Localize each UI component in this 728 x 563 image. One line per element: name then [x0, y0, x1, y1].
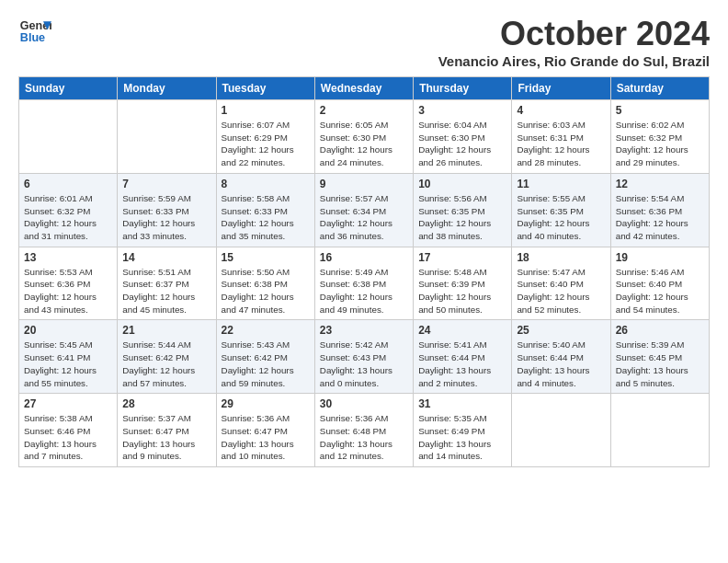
day-number: 28	[122, 397, 210, 410]
day-info: Sunrise: 5:51 AM Sunset: 6:37 PM Dayligh…	[122, 266, 210, 316]
day-info: Sunrise: 5:56 AM Sunset: 6:35 PM Dayligh…	[418, 192, 506, 243]
day-info: Sunrise: 5:37 AM Sunset: 6:47 PM Dayligh…	[122, 412, 210, 463]
day-info: Sunrise: 5:39 AM Sunset: 6:45 PM Dayligh…	[616, 339, 704, 389]
calendar-cell: 9Sunrise: 5:57 AM Sunset: 6:34 PM Daylig…	[314, 173, 413, 247]
calendar-cell	[19, 100, 118, 174]
day-number: 12	[616, 178, 704, 190]
calendar-table: SundayMondayTuesdayWednesdayThursdayFrid…	[18, 76, 710, 467]
page-header: General Blue October 2024 Venancio Aires…	[18, 15, 710, 69]
day-number: 5	[616, 104, 704, 117]
logo: General Blue	[18, 15, 51, 48]
day-number: 29	[222, 397, 310, 410]
calendar-cell: 18Sunrise: 5:47 AM Sunset: 6:40 PM Dayli…	[512, 247, 610, 320]
day-number: 17	[418, 251, 506, 264]
day-info: Sunrise: 5:53 AM Sunset: 6:36 PM Dayligh…	[24, 266, 112, 316]
calendar-cell: 23Sunrise: 5:42 AM Sunset: 6:43 PM Dayli…	[314, 320, 413, 394]
day-info: Sunrise: 6:03 AM Sunset: 6:31 PM Dayligh…	[517, 119, 605, 169]
week-row-3: 13Sunrise: 5:53 AM Sunset: 6:36 PM Dayli…	[19, 247, 710, 320]
day-number: 8	[222, 178, 310, 190]
day-number: 14	[122, 251, 210, 264]
week-row-1: 1Sunrise: 6:07 AM Sunset: 6:29 PM Daylig…	[19, 100, 710, 174]
day-number: 21	[122, 324, 210, 337]
col-header-saturday: Saturday	[610, 77, 709, 100]
day-number: 6	[24, 178, 112, 190]
calendar-cell: 24Sunrise: 5:41 AM Sunset: 6:44 PM Dayli…	[414, 320, 512, 394]
calendar-cell: 31Sunrise: 5:35 AM Sunset: 6:49 PM Dayli…	[414, 394, 512, 467]
calendar-cell: 12Sunrise: 5:54 AM Sunset: 6:36 PM Dayli…	[610, 173, 709, 247]
day-number: 4	[517, 104, 605, 117]
day-number: 25	[517, 324, 605, 337]
calendar-cell: 11Sunrise: 5:55 AM Sunset: 6:35 PM Dayli…	[512, 173, 610, 247]
calendar-cell: 2Sunrise: 6:05 AM Sunset: 6:30 PM Daylig…	[314, 100, 413, 174]
day-info: Sunrise: 6:05 AM Sunset: 6:30 PM Dayligh…	[320, 119, 408, 169]
calendar-cell: 28Sunrise: 5:37 AM Sunset: 6:47 PM Dayli…	[118, 394, 216, 467]
day-info: Sunrise: 5:48 AM Sunset: 6:39 PM Dayligh…	[418, 266, 506, 316]
calendar-cell	[118, 100, 216, 174]
calendar-cell: 20Sunrise: 5:45 AM Sunset: 6:41 PM Dayli…	[19, 320, 118, 394]
day-info: Sunrise: 5:50 AM Sunset: 6:38 PM Dayligh…	[222, 266, 310, 316]
day-number: 7	[122, 178, 210, 190]
calendar-cell: 4Sunrise: 6:03 AM Sunset: 6:31 PM Daylig…	[512, 100, 610, 174]
day-info: Sunrise: 6:04 AM Sunset: 6:30 PM Dayligh…	[418, 119, 506, 169]
calendar-cell: 10Sunrise: 5:56 AM Sunset: 6:35 PM Dayli…	[414, 173, 512, 247]
day-info: Sunrise: 6:01 AM Sunset: 6:32 PM Dayligh…	[24, 192, 112, 243]
day-number: 11	[517, 178, 605, 190]
col-header-friday: Friday	[512, 77, 610, 100]
week-row-4: 20Sunrise: 5:45 AM Sunset: 6:41 PM Dayli…	[19, 320, 710, 394]
day-info: Sunrise: 5:40 AM Sunset: 6:44 PM Dayligh…	[517, 339, 605, 389]
calendar-cell: 7Sunrise: 5:59 AM Sunset: 6:33 PM Daylig…	[118, 173, 216, 247]
day-number: 30	[320, 397, 408, 410]
day-number: 9	[320, 178, 408, 190]
title-block: October 2024 Venancio Aires, Rio Grande …	[438, 15, 710, 69]
calendar-cell	[512, 394, 610, 467]
week-row-5: 27Sunrise: 5:38 AM Sunset: 6:46 PM Dayli…	[19, 394, 710, 467]
calendar-cell: 5Sunrise: 6:02 AM Sunset: 6:32 PM Daylig…	[610, 100, 709, 174]
calendar-cell: 3Sunrise: 6:04 AM Sunset: 6:30 PM Daylig…	[414, 100, 512, 174]
calendar-cell: 1Sunrise: 6:07 AM Sunset: 6:29 PM Daylig…	[216, 100, 314, 174]
day-info: Sunrise: 5:49 AM Sunset: 6:38 PM Dayligh…	[320, 266, 408, 316]
col-header-thursday: Thursday	[414, 77, 512, 100]
day-number: 15	[222, 251, 310, 264]
calendar-cell: 21Sunrise: 5:44 AM Sunset: 6:42 PM Dayli…	[118, 320, 216, 394]
calendar-cell: 25Sunrise: 5:40 AM Sunset: 6:44 PM Dayli…	[512, 320, 610, 394]
calendar-cell: 16Sunrise: 5:49 AM Sunset: 6:38 PM Dayli…	[314, 247, 413, 320]
day-info: Sunrise: 5:57 AM Sunset: 6:34 PM Dayligh…	[320, 192, 408, 243]
day-number: 22	[222, 324, 310, 337]
col-header-sunday: Sunday	[19, 77, 118, 100]
calendar-cell: 17Sunrise: 5:48 AM Sunset: 6:39 PM Dayli…	[414, 247, 512, 320]
day-number: 19	[616, 251, 704, 264]
day-info: Sunrise: 5:38 AM Sunset: 6:46 PM Dayligh…	[24, 412, 112, 463]
day-info: Sunrise: 5:44 AM Sunset: 6:42 PM Dayligh…	[122, 339, 210, 389]
calendar-cell	[610, 394, 709, 467]
day-info: Sunrise: 6:07 AM Sunset: 6:29 PM Dayligh…	[222, 119, 310, 169]
day-info: Sunrise: 5:47 AM Sunset: 6:40 PM Dayligh…	[517, 266, 605, 316]
week-row-2: 6Sunrise: 6:01 AM Sunset: 6:32 PM Daylig…	[19, 173, 710, 247]
calendar-cell: 8Sunrise: 5:58 AM Sunset: 6:33 PM Daylig…	[216, 173, 314, 247]
day-number: 2	[320, 104, 408, 117]
day-number: 1	[222, 104, 310, 117]
day-info: Sunrise: 6:02 AM Sunset: 6:32 PM Dayligh…	[616, 119, 704, 169]
day-info: Sunrise: 5:58 AM Sunset: 6:33 PM Dayligh…	[222, 192, 310, 243]
day-info: Sunrise: 5:45 AM Sunset: 6:41 PM Dayligh…	[24, 339, 112, 389]
day-info: Sunrise: 5:36 AM Sunset: 6:48 PM Dayligh…	[320, 412, 408, 463]
day-number: 3	[418, 104, 506, 117]
day-info: Sunrise: 5:35 AM Sunset: 6:49 PM Dayligh…	[418, 412, 506, 463]
svg-text:Blue: Blue	[20, 31, 45, 44]
month-title: October 2024	[438, 15, 710, 53]
day-number: 13	[24, 251, 112, 264]
logo-icon: General Blue	[18, 15, 51, 48]
col-header-monday: Monday	[118, 77, 216, 100]
header-row: SundayMondayTuesdayWednesdayThursdayFrid…	[19, 77, 710, 100]
col-header-wednesday: Wednesday	[314, 77, 413, 100]
calendar-cell: 27Sunrise: 5:38 AM Sunset: 6:46 PM Dayli…	[19, 394, 118, 467]
calendar-cell: 29Sunrise: 5:36 AM Sunset: 6:47 PM Dayli…	[216, 394, 314, 467]
day-number: 23	[320, 324, 408, 337]
calendar-cell: 22Sunrise: 5:43 AM Sunset: 6:42 PM Dayli…	[216, 320, 314, 394]
day-info: Sunrise: 5:55 AM Sunset: 6:35 PM Dayligh…	[517, 192, 605, 243]
day-info: Sunrise: 5:42 AM Sunset: 6:43 PM Dayligh…	[320, 339, 408, 389]
calendar-cell: 30Sunrise: 5:36 AM Sunset: 6:48 PM Dayli…	[314, 394, 413, 467]
day-info: Sunrise: 5:59 AM Sunset: 6:33 PM Dayligh…	[122, 192, 210, 243]
day-number: 16	[320, 251, 408, 264]
day-info: Sunrise: 5:43 AM Sunset: 6:42 PM Dayligh…	[222, 339, 310, 389]
calendar-cell: 26Sunrise: 5:39 AM Sunset: 6:45 PM Dayli…	[610, 320, 709, 394]
